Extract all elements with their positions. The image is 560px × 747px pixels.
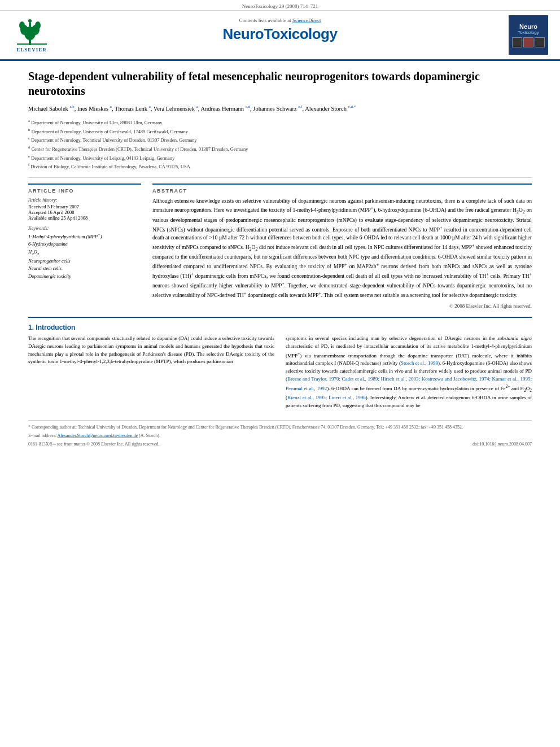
- introduction-body: The recognition that several compounds s…: [28, 335, 532, 410]
- affiliation-f: f Division of Biology, California Instit…: [28, 162, 532, 171]
- logo-img-1: [512, 37, 522, 47]
- elsevier-logo: ELSEVIER: [9, 15, 54, 55]
- logo-img-2: [523, 37, 533, 47]
- affiliation-d: d Center for Regenerative Therapies Dres…: [28, 145, 532, 153]
- sciencedirect-link-text[interactable]: ScienceDirect: [292, 18, 321, 23]
- elsevier-label: ELSEVIER: [16, 47, 47, 53]
- article-info-box: ARTICLE INFO Article history: Received 5…: [28, 184, 141, 281]
- history-label: Article history:: [28, 197, 141, 203]
- citation-bar: NeuroToxicology 29 (2008) 714–721: [0, 0, 560, 11]
- page-footer: * Corresponding author at: Technical Uni…: [28, 420, 532, 447]
- footer-doi: doi:10.1016/j.neuro.2008.04.007: [473, 442, 532, 447]
- keyword-1: 1-Methyl-4-phenylpyridinium (MPP+): [28, 232, 141, 241]
- footer-email[interactable]: Alexander.Storch@neuro.med.tu-dresden.de: [58, 433, 138, 438]
- affiliation-e: e Department of Neurology, University of…: [28, 154, 532, 162]
- footer-star: * Corresponding author at: Technical Uni…: [28, 425, 463, 430]
- keyword-2: 6-Hydroxydopamine: [28, 241, 141, 248]
- introduction-section: 1. Introduction The recognition that sev…: [28, 324, 532, 410]
- introduction-heading: 1. Introduction: [28, 324, 532, 331]
- received-date: Received 5 February 2007: [28, 204, 141, 209]
- abstract-label: ABSTRACT: [152, 188, 532, 194]
- article-title: Stage-dependent vulnerability of fetal m…: [28, 69, 532, 98]
- intro-col-left: The recognition that several compounds s…: [28, 335, 274, 410]
- article-history: Article history: Received 5 February 200…: [28, 197, 141, 221]
- svg-point-7: [28, 19, 32, 23]
- journal-logo-right: Neuro Toxicology: [506, 15, 551, 55]
- footer-bottom: 0161-813X/$ – see front matter © 2008 El…: [28, 442, 532, 447]
- abstract-column: ABSTRACT Although extensive knowledge ex…: [152, 184, 532, 309]
- abstract-text: Although extensive knowledge exists on s…: [152, 197, 532, 300]
- available-date: Available online 25 April 2008: [28, 215, 141, 221]
- main-content: Stage-dependent vulnerability of fetal m…: [0, 61, 560, 455]
- authors: Michael Sabolek a,b, Ines Mieskes a, Tho…: [28, 104, 532, 113]
- copyright-line: © 2008 Elsevier Inc. All rights reserved…: [152, 303, 532, 309]
- footer-email-line: E-mail address: Alexander.Storch@neuro.m…: [28, 433, 532, 439]
- email-label: E-mail address:: [28, 433, 56, 438]
- journal-header: ELSEVIER Contents lists available at Sci…: [0, 11, 560, 61]
- footer-issn: 0161-813X/$ – see front matter © 2008 El…: [28, 442, 159, 447]
- email-note: (A. Storch).: [139, 433, 160, 438]
- sciencedirect-line: Contents lists available at ScienceDirec…: [54, 18, 506, 23]
- keyword-3: H2O2: [28, 248, 141, 257]
- divider-1: [28, 177, 532, 178]
- keywords-group: Keywords: 1-Methyl-4-phenylpyridinium (M…: [28, 225, 141, 281]
- intro-col-right: symptoms in several species including ma…: [286, 335, 532, 410]
- article-info-abstract: ARTICLE INFO Article history: Received 5…: [28, 184, 532, 309]
- footer-corresponding: * Corresponding author at: Technical Uni…: [28, 424, 532, 431]
- journal-title: NeuroToxicology: [54, 25, 506, 43]
- journal-center: Contents lists available at ScienceDirec…: [54, 15, 506, 55]
- article-info-column: ARTICLE INFO Article history: Received 5…: [28, 184, 141, 309]
- affiliation-b: b Department of Neurology, University of…: [28, 127, 532, 136]
- svg-rect-6: [17, 43, 47, 45]
- journal-logo-box: Neuro Toxicology: [509, 15, 548, 55]
- keywords-label: Keywords:: [28, 225, 141, 231]
- abstract-box: ABSTRACT Although extensive knowledge ex…: [152, 184, 532, 309]
- accepted-date: Accepted 16 April 2008: [28, 209, 141, 215]
- affiliation-c: c Department of Neurology, Technical Uni…: [28, 136, 532, 144]
- citation-text: NeuroToxicology 29 (2008) 714–721: [242, 3, 318, 9]
- keywords-list: 1-Methyl-4-phenylpyridinium (MPP+) 6-Hyd…: [28, 232, 141, 281]
- keyword-5: Neural stem cells: [28, 265, 141, 273]
- article-info-label: ARTICLE INFO: [28, 188, 141, 194]
- divider-2: [28, 317, 532, 318]
- logo-img-3: [535, 37, 545, 47]
- keyword-4: Neuroprogenitor cells: [28, 257, 141, 265]
- affiliation-a: a Department of Neurology, University of…: [28, 118, 532, 126]
- svg-rect-8: [29, 23, 31, 27]
- elsevier-tree-icon: [16, 18, 47, 46]
- affiliations: a Department of Neurology, University of…: [28, 118, 532, 170]
- svg-point-5: [35, 21, 41, 29]
- keyword-6: Dopaminergic toxicity: [28, 273, 141, 281]
- svg-point-4: [19, 21, 25, 29]
